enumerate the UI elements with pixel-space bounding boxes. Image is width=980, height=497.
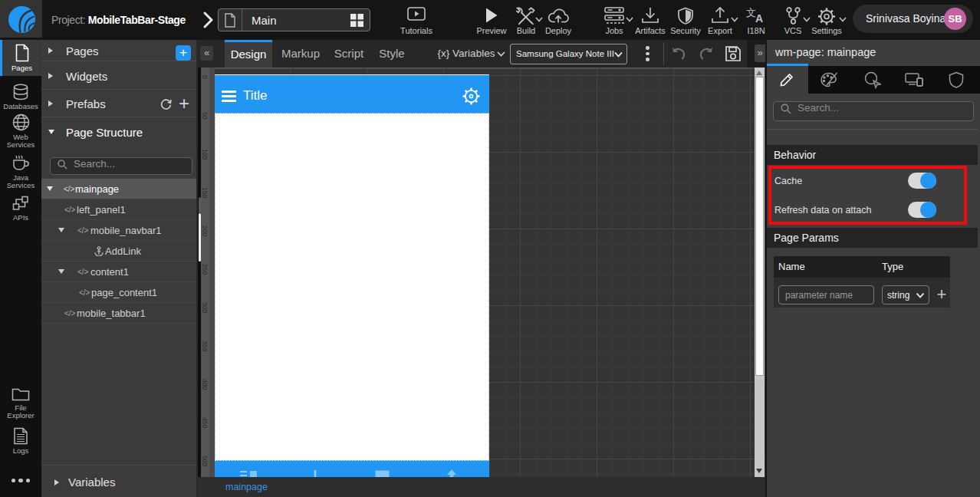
svg-text:A: A: [755, 12, 763, 24]
